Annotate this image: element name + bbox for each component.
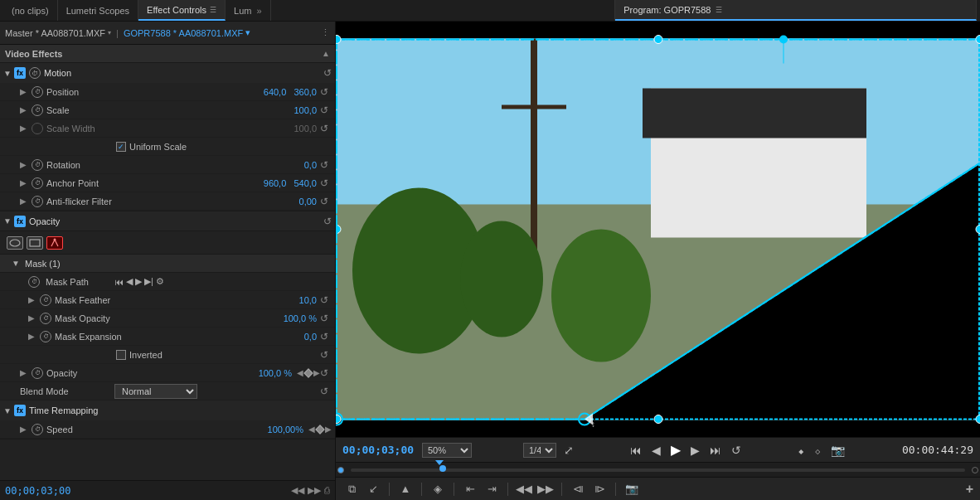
- position-reset-button[interactable]: ↺: [320, 86, 332, 98]
- speed-keyframe-diamond[interactable]: [315, 425, 324, 434]
- blend-mode-reset-button[interactable]: ↺: [320, 386, 332, 397]
- snapshot-button[interactable]: 📷: [623, 481, 641, 498]
- tab-lum[interactable]: Lum »: [226, 0, 271, 21]
- blend-mode-select[interactable]: Normal Dissolve Multiply Screen Overlay: [114, 384, 197, 399]
- mark-out-button[interactable]: ⬦: [812, 444, 823, 457]
- inverted-checkbox[interactable]: [116, 350, 126, 360]
- mask-opacity-stopwatch-icon: ⏱: [40, 313, 51, 324]
- toolbar-separator-5: [561, 483, 562, 496]
- rect-mask-button[interactable]: [27, 236, 43, 250]
- mask-group-row[interactable]: ▼ Mask (1): [0, 255, 335, 273]
- mark-clip-button[interactable]: ◈: [429, 481, 447, 498]
- insert-button[interactable]: ⧉: [342, 481, 361, 498]
- overwrite-button[interactable]: ↙: [364, 481, 382, 498]
- mask-feather-stopwatch-icon: ⏱: [40, 294, 51, 306]
- monitor-menu-icon[interactable]: ☰: [716, 6, 722, 14]
- effect-controls-menu-icon[interactable]: ☰: [210, 6, 216, 14]
- step-back-button[interactable]: ⏮: [628, 444, 644, 457]
- opacity-kf-next-btn[interactable]: ▶: [313, 368, 320, 377]
- video-canvas: ↕: [336, 22, 980, 437]
- next-edit-button[interactable]: ▶▶: [536, 481, 555, 498]
- prev-edit-button[interactable]: ◀◀: [515, 481, 533, 498]
- nav-export-icon[interactable]: ⎙: [324, 485, 330, 496]
- play-button[interactable]: ▶: [668, 442, 683, 458]
- scroll-up-icon[interactable]: ▲: [322, 49, 330, 58]
- motion-title-row[interactable]: ▼ fx ⏱ Motion ↺: [0, 63, 335, 83]
- quality-select[interactable]: 1/4 1/2 Full: [523, 443, 556, 458]
- master-clip-label[interactable]: Master * AA088701.MXF ▾: [5, 28, 111, 38]
- ripple-trim-prev-button[interactable]: ⧏: [569, 481, 587, 498]
- mask-path-play-btn[interactable]: ▶: [135, 276, 142, 287]
- mask-feather-reset-button[interactable]: ↺: [320, 294, 332, 306]
- ripple-trim-next-button[interactable]: ⧐: [590, 481, 609, 498]
- opacity-reset-button[interactable]: ↺: [323, 216, 332, 227]
- go-to-out-button[interactable]: ⇥: [483, 481, 501, 498]
- lift-button[interactable]: ▲: [396, 481, 415, 498]
- zoom-select[interactable]: 50% 25% 75% 100%: [422, 443, 472, 458]
- anti-flicker-reset-button[interactable]: ↺: [320, 196, 332, 207]
- inverted-reset-button[interactable]: ↺: [320, 349, 332, 361]
- tab-no-clips[interactable]: (no clips): [3, 0, 58, 21]
- scrubber-bar: [336, 462, 980, 477]
- mask-opacity-reset-button[interactable]: ↺: [320, 313, 332, 324]
- scale-reset-button[interactable]: ↺: [320, 104, 332, 116]
- tab-expand-icon[interactable]: »: [256, 6, 261, 16]
- toolbar-separator-3: [454, 483, 454, 496]
- svg-text:↕: ↕: [591, 420, 595, 429]
- panel-options-button[interactable]: ⋮: [321, 27, 330, 38]
- ellipse-mask-button[interactable]: [7, 236, 23, 250]
- loop-button[interactable]: ↺: [729, 444, 744, 457]
- go-to-in-button[interactable]: ⇤: [461, 481, 479, 498]
- mask-path-first-btn[interactable]: ⏮: [114, 277, 124, 287]
- mask-path-prev-btn[interactable]: ◀: [126, 276, 133, 287]
- mask-expansion-reset-button[interactable]: ↺: [320, 331, 332, 342]
- tab-program-monitor[interactable]: Program: GOPR7588 ☰: [615, 0, 977, 21]
- opacity-val-expand-icon: ▶: [20, 368, 28, 377]
- mark-in-button[interactable]: ⬥: [795, 444, 807, 457]
- rotation-reset-button[interactable]: ↺: [320, 159, 332, 171]
- uniform-scale-checkbox[interactable]: [116, 142, 126, 152]
- inverted-row: Inverted ↺: [0, 346, 335, 364]
- master-chevron-icon: ▾: [108, 29, 111, 36]
- mask-path-options-btn[interactable]: ⚙: [156, 276, 164, 287]
- svg-point-20: [654, 415, 662, 424]
- opacity-val-reset-button[interactable]: ↺: [320, 367, 332, 379]
- top-tab-bar: (no clips) Lumetri Scopes Effect Control…: [0, 0, 980, 22]
- nav-next-icon[interactable]: ▶▶: [308, 485, 321, 496]
- motion-stopwatch-icon: ⏱: [29, 67, 41, 79]
- speed-kf-next-btn[interactable]: ▶: [325, 425, 332, 434]
- anti-flicker-expand-icon: ▶: [20, 197, 28, 206]
- timecode-left-display: 00;00;03;00: [5, 485, 70, 497]
- tab-effect-controls[interactable]: Effect Controls ☰: [138, 0, 226, 21]
- anchor-reset-button[interactable]: ↺: [320, 177, 332, 189]
- opacity-keyframe-diamond[interactable]: [303, 368, 313, 377]
- scrubber-playhead[interactable]: [439, 465, 446, 472]
- speed-kf-prev-btn[interactable]: ◀: [308, 425, 315, 434]
- opacity-title-row[interactable]: ▼ fx Opacity ↺: [0, 211, 335, 231]
- frame-forward-button[interactable]: ▶: [688, 444, 702, 457]
- current-timecode-display: 00;00;03;00: [342, 444, 417, 456]
- nav-prev-icon[interactable]: ◀◀: [291, 485, 304, 496]
- scrubber-track[interactable]: [351, 468, 965, 472]
- tab-lumetri-scopes[interactable]: Lumetri Scopes: [58, 0, 138, 21]
- pen-mask-button[interactable]: [46, 236, 63, 250]
- mask-expansion-expand-icon: ▶: [28, 332, 36, 341]
- motion-reset-button[interactable]: ↺: [323, 67, 332, 79]
- scale-row: ▶ ⏱ Scale 100,0 ↺: [0, 101, 335, 119]
- effect-controls-panel: Master * AA088701.MXF ▾ | GOPR7588 * AA0…: [0, 22, 336, 500]
- opacity-keyframe-controls: ◀ ▶: [297, 368, 320, 377]
- frame-back-button[interactable]: ◀: [649, 444, 663, 457]
- scale-width-reset-button[interactable]: ↺: [320, 123, 332, 134]
- scale-expand-icon: ▶: [20, 105, 28, 114]
- opacity-value-row: ▶ ⏱ Opacity 100,0 % ◀ ▶ ↺: [0, 364, 335, 382]
- add-button[interactable]: +: [966, 482, 973, 497]
- opacity-group: ▼ fx Opacity ↺: [0, 211, 335, 400]
- mask-path-next-btn[interactable]: ▶|: [144, 276, 153, 287]
- effect-controls-bottom-bar: 00;00;03;00 ◀◀ ▶▶ ⎙: [0, 480, 335, 500]
- opacity-kf-prev-btn[interactable]: ◀: [297, 368, 303, 377]
- time-remapping-title-row[interactable]: ▼ fx Time Remapping: [0, 400, 335, 420]
- step-forward-button[interactable]: ⏭: [707, 444, 724, 457]
- clip-name-label[interactable]: GOPR7588 * AA088701.MXF ▾: [124, 27, 250, 38]
- fit-button[interactable]: ⤢: [561, 444, 576, 457]
- export-frame-button[interactable]: 📷: [828, 444, 847, 457]
